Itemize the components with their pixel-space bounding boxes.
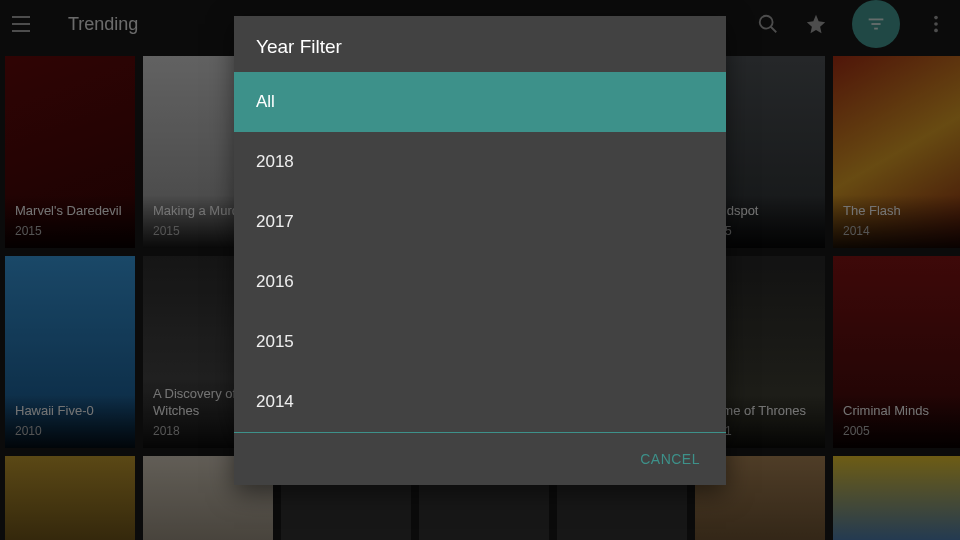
year-option[interactable]: 2017 [234,192,726,252]
dialog-title: Year Filter [234,16,726,72]
year-option[interactable]: 2016 [234,252,726,312]
year-filter-dialog: Year Filter All20182017201620152014 CANC… [234,16,726,485]
cancel-button[interactable]: CANCEL [632,447,708,471]
year-option[interactable]: 2018 [234,132,726,192]
year-option[interactable]: 2015 [234,312,726,372]
dialog-actions: CANCEL [234,432,726,485]
year-option[interactable]: 2014 [234,372,726,432]
dialog-option-list: All20182017201620152014 [234,72,726,432]
year-option[interactable]: All [234,72,726,132]
